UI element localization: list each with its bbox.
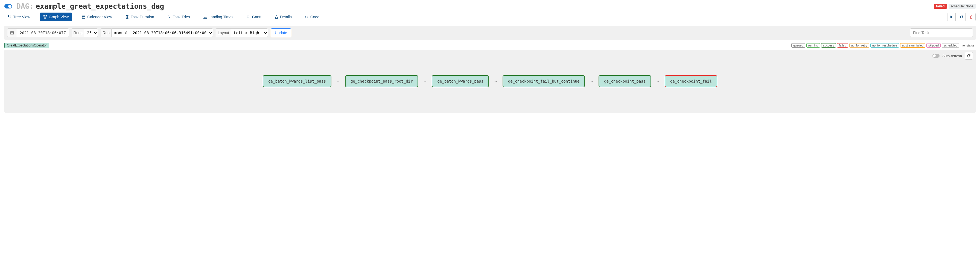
svg-point-0 bbox=[8, 15, 9, 17]
status-legend-running[interactable]: running bbox=[807, 43, 820, 48]
svg-rect-9 bbox=[247, 16, 249, 16]
svg-rect-6 bbox=[82, 16, 85, 19]
delete-button[interactable] bbox=[967, 13, 975, 21]
edge-arrow: → bbox=[590, 79, 593, 83]
refresh-button[interactable] bbox=[957, 13, 966, 21]
auto-refresh-toggle[interactable] bbox=[932, 54, 940, 58]
dag-name: example_great_expectations_dag bbox=[36, 2, 164, 10]
tab-label: Landing Times bbox=[208, 15, 234, 19]
edge-arrow: → bbox=[336, 79, 340, 83]
canvas-refresh-button[interactable] bbox=[965, 52, 973, 60]
tab-details[interactable]: Details bbox=[271, 13, 295, 21]
svg-rect-5 bbox=[45, 18, 46, 19]
status-legend-failed[interactable]: failed bbox=[837, 43, 848, 48]
dag-label: DAG: bbox=[16, 2, 33, 10]
page-header: DAG: example_great_expectations_dag fail… bbox=[0, 0, 980, 11]
base-date-display[interactable]: 2021-08-30T18:06:07Z bbox=[17, 29, 69, 37]
graph-icon bbox=[43, 15, 47, 19]
svg-rect-11 bbox=[247, 18, 248, 18]
tab-calendar-view[interactable]: Calendar View bbox=[78, 13, 115, 21]
runs-label: Runs bbox=[72, 29, 84, 37]
view-tabs: Tree View Graph View Calendar View Task … bbox=[0, 11, 980, 26]
tab-code[interactable]: Code bbox=[302, 13, 323, 21]
tab-label: Task Tries bbox=[173, 15, 190, 19]
legend-row: GreatExpectationsOperator queuedrunnings… bbox=[0, 40, 980, 50]
graph-controls: 2021-08-30T18:06:07Z Runs 25 Run manual_… bbox=[5, 26, 975, 40]
tab-gantt[interactable]: Gantt bbox=[243, 13, 265, 21]
status-legend-success[interactable]: success bbox=[821, 43, 836, 48]
tab-label: Details bbox=[280, 15, 292, 19]
warning-icon bbox=[275, 15, 278, 19]
gantt-icon bbox=[247, 15, 250, 19]
update-button[interactable]: Update bbox=[271, 29, 291, 37]
runs-select[interactable]: 25 bbox=[84, 29, 98, 37]
status-legend-queued[interactable]: queued bbox=[791, 43, 805, 48]
run-select[interactable]: manual__2021-08-30T18:06:06.316491+00:00 bbox=[111, 29, 213, 37]
date-picker-button[interactable] bbox=[7, 29, 17, 37]
task-node-ge_checkpoint_pass_root_dir[interactable]: ge_checkpoint_pass_root_dir bbox=[345, 75, 418, 87]
task-node-ge_checkpoint_fail[interactable]: ge_checkpoint_fail bbox=[665, 75, 717, 87]
svg-rect-3 bbox=[43, 15, 45, 16]
status-legend-skipped[interactable]: skipped bbox=[926, 43, 940, 48]
status-legend-no_status[interactable]: no_status bbox=[960, 43, 975, 47]
tab-label: Code bbox=[310, 15, 320, 19]
status-legend: queuedrunningsuccessfailedup_for_retryup… bbox=[791, 43, 975, 48]
code-icon bbox=[305, 15, 309, 19]
trigger-dag-button[interactable] bbox=[947, 13, 956, 21]
status-legend-up_for_reschedule[interactable]: up_for_reschedule bbox=[870, 43, 899, 48]
retry-icon bbox=[167, 15, 171, 19]
tab-label: Tree View bbox=[13, 15, 30, 19]
edge-arrow: → bbox=[494, 79, 498, 83]
svg-rect-12 bbox=[11, 32, 14, 35]
tab-graph-view[interactable]: Graph View bbox=[40, 13, 72, 21]
layout-select[interactable]: Left > Right bbox=[231, 29, 268, 37]
svg-rect-10 bbox=[248, 17, 250, 17]
tab-label: Calendar View bbox=[87, 15, 112, 19]
svg-rect-4 bbox=[46, 15, 47, 16]
status-badge-failed: failed bbox=[934, 4, 947, 9]
landing-icon bbox=[203, 15, 207, 19]
run-label: Run bbox=[100, 29, 111, 37]
hourglass-icon bbox=[125, 15, 129, 19]
dag-actions bbox=[947, 13, 975, 21]
task-node-ge_batch_kwargs_list_pass[interactable]: ge_batch_kwargs_list_pass bbox=[263, 75, 331, 87]
tab-task-duration[interactable]: Task Duration bbox=[122, 13, 158, 21]
tab-label: Task Duration bbox=[131, 15, 154, 19]
layout-label: Layout bbox=[216, 29, 231, 37]
edge-arrow: → bbox=[423, 79, 427, 83]
task-node-ge_batch_kwargs_pass[interactable]: ge_batch_kwargs_pass bbox=[432, 75, 489, 87]
operator-badge[interactable]: GreatExpectationsOperator bbox=[5, 43, 49, 48]
graph-canvas[interactable]: Auto-refresh ge_batch_kwargs_list_pass→g… bbox=[5, 50, 975, 113]
tab-label: Graph View bbox=[49, 15, 68, 19]
find-task-input[interactable] bbox=[910, 29, 973, 37]
status-legend-scheduled[interactable]: scheduled bbox=[942, 43, 959, 48]
tab-tree-view[interactable]: Tree View bbox=[5, 13, 33, 21]
svg-rect-1 bbox=[10, 16, 11, 16]
task-node-ge_checkpoint_pass[interactable]: ge_checkpoint_pass bbox=[598, 75, 651, 87]
tab-task-tries[interactable]: Task Tries bbox=[164, 13, 193, 21]
task-node-ge_checkpoint_fail_but_continue[interactable]: ge_checkpoint_fail_but_continue bbox=[503, 75, 585, 87]
tab-landing-times[interactable]: Landing Times bbox=[200, 13, 237, 21]
auto-refresh-label: Auto-refresh bbox=[942, 54, 962, 58]
tree-icon bbox=[8, 15, 11, 19]
svg-rect-2 bbox=[10, 18, 11, 18]
schedule-badge[interactable]: schedule: None bbox=[948, 4, 975, 9]
status-legend-upstream_failed[interactable]: upstream_failed bbox=[900, 43, 925, 48]
edge-arrow: → bbox=[656, 79, 660, 83]
status-legend-up_for_retry[interactable]: up_for_retry bbox=[849, 43, 869, 48]
dag-enabled-toggle[interactable] bbox=[5, 4, 12, 8]
task-graph: ge_batch_kwargs_list_pass→ge_checkpoint_… bbox=[5, 75, 975, 87]
tab-label: Gantt bbox=[252, 15, 261, 19]
calendar-icon bbox=[82, 15, 86, 19]
